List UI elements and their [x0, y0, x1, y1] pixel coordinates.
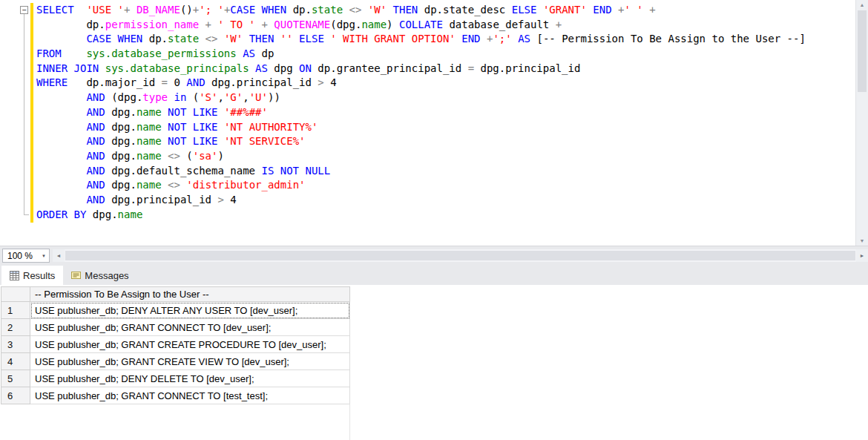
code-token	[324, 33, 330, 45]
code-line[interactable]: AND dpg.name NOT LIKE 'NT AUTHORITY%'	[36, 120, 806, 135]
code-token	[36, 165, 86, 177]
zoom-selector[interactable]: 100 % ▼	[2, 249, 50, 263]
code-token: 'G'	[224, 91, 243, 103]
scroll-left-icon[interactable]: ◄	[53, 249, 65, 262]
table-row: 6USE publusher_db; GRANT CONNECT TO [tes…	[1, 387, 350, 404]
code-token: ELSE	[512, 4, 537, 16]
code-token	[99, 62, 105, 74]
horizontal-scrollbar-track[interactable]	[65, 249, 856, 262]
code-token: INNER JOIN	[36, 62, 99, 74]
row-number-cell[interactable]: 2	[1, 319, 30, 336]
editor-vertical-scrollbar[interactable]: ▲ ▼	[855, 0, 868, 246]
result-cell[interactable]: USE publusher_db; DENY ALTER ANY USER TO…	[30, 302, 350, 319]
code-token: END	[593, 4, 611, 16]
code-line[interactable]: AND dpg.name NOT LIKE 'NT SERVICE%'	[36, 134, 806, 149]
code-token	[199, 33, 205, 45]
code-token: name	[118, 208, 143, 220]
code-line[interactable]: ORDER BY dpg.name	[36, 208, 806, 223]
row-number-cell[interactable]: 4	[1, 353, 30, 370]
code-token: dpg	[268, 62, 299, 74]
code-line[interactable]: FROM sys.database_permissions AS dp	[36, 47, 806, 62]
code-token: 'U'	[249, 91, 268, 103]
code-token: 'S'	[199, 91, 217, 103]
code-token: 'GRANT'	[543, 4, 587, 16]
code-token: =	[162, 76, 168, 88]
outline-region-line	[24, 14, 24, 214]
code-line[interactable]: INNER JOIN sys.database_principals AS dp…	[36, 62, 806, 76]
code-line[interactable]: AND dpg.default_schema_name IS NOT NULL	[36, 164, 806, 179]
scroll-up-icon[interactable]: ▲	[856, 2, 868, 7]
code-token: sys.database_principals	[105, 62, 249, 74]
table-row: 5USE publusher_db; DENY DELETE TO [dev_u…	[1, 370, 350, 387]
editor-horizontal-scrollbar[interactable]: ◄ ►	[53, 249, 868, 262]
chevron-down-icon: ▼	[39, 254, 49, 258]
code-token	[293, 33, 299, 45]
code-token: IS NOT NULL	[261, 165, 330, 177]
code-line[interactable]: CASE WHEN dp.state <> 'W' THEN '' ELSE '…	[36, 32, 806, 47]
result-cell[interactable]: USE publusher_db; GRANT CONNECT TO [test…	[30, 387, 350, 404]
code-token	[274, 33, 280, 45]
scroll-down-icon[interactable]: ▼	[856, 238, 868, 243]
code-token: state	[312, 4, 343, 16]
code-token: name	[137, 135, 162, 147]
code-token: ,	[217, 91, 223, 103]
code-token	[36, 91, 86, 103]
code-line[interactable]: SELECT 'USE '+ DB_NAME()+'; '+CASE WHEN …	[36, 3, 806, 18]
code-token: dp.grantee_principal_id	[312, 62, 468, 74]
code-token: AND	[86, 150, 105, 162]
result-cell[interactable]: USE publusher_db; GRANT CONNECT TO [dev_…	[30, 319, 350, 336]
code-token	[36, 33, 86, 45]
tab-results[interactable]: Results	[1, 266, 63, 285]
code-token	[456, 33, 461, 45]
code-token: FROM	[36, 47, 62, 59]
minus-icon: −	[22, 6, 26, 14]
code-token: AND	[186, 76, 205, 88]
collapse-region-toggle[interactable]: −	[20, 6, 28, 14]
code-line[interactable]: dp.permission_name + ' TO ' + QUOTENAME(…	[36, 18, 806, 33]
code-line[interactable]: AND dpg.name <> ('sa')	[36, 149, 806, 164]
code-token: permission_name	[105, 19, 199, 30]
horizontal-scrollbar-thumb[interactable]	[65, 251, 855, 260]
code-token: dp	[255, 47, 274, 59]
grid-corner-cell[interactable]	[1, 287, 30, 302]
code-token: AND	[86, 91, 105, 103]
code-token: ' WITH GRANT OPTION'	[330, 33, 456, 45]
scroll-right-icon[interactable]: ►	[856, 249, 868, 262]
code-token	[162, 106, 168, 118]
code-token	[217, 106, 223, 118]
code-line[interactable]: AND dpg.name NOT LIKE '##%##'	[36, 105, 806, 120]
code-token: NOT LIKE	[168, 135, 217, 147]
code-token: '##%##'	[224, 106, 268, 118]
result-cell[interactable]: USE publusher_db; GRANT CREATE PROCEDURE…	[30, 336, 350, 353]
code-line[interactable]: AND (dpg.type in ('S','G','U'))	[36, 91, 806, 105]
code-token: 'W'	[368, 4, 387, 16]
code-token: dpg.principal_id	[105, 194, 218, 206]
code-token: 4	[324, 76, 337, 88]
code-token: state	[168, 33, 199, 45]
ssms-query-window: − SELECT 'USE '+ DB_NAME()+'; '+CASE WHE…	[0, 0, 868, 440]
code-token	[643, 4, 649, 16]
code-token: 'NT AUTHORITY%'	[224, 121, 318, 133]
code-line[interactable]: AND dpg.name <> 'distributor_admin'	[36, 178, 806, 193]
code-token: ()	[180, 4, 193, 16]
code-token: +	[206, 19, 211, 30]
tab-messages-label: Messages	[85, 270, 128, 281]
tab-messages[interactable]: Messages	[63, 266, 137, 285]
code-token: END	[461, 33, 480, 45]
result-cell[interactable]: USE publusher_db; GRANT CREATE VIEW TO […	[30, 353, 350, 370]
row-number-cell[interactable]: 1	[1, 302, 30, 319]
row-number-cell[interactable]: 3	[1, 336, 30, 353]
result-cell[interactable]: USE publusher_db; DENY DELETE TO [dev_us…	[30, 370, 350, 387]
code-token	[361, 4, 367, 16]
code-line[interactable]: AND dpg.principal_id > 4	[36, 193, 806, 208]
row-number-cell[interactable]: 5	[1, 370, 30, 387]
row-number-cell[interactable]: 6	[1, 387, 30, 404]
code-token: SELECT	[36, 4, 74, 16]
code-line[interactable]: WHERE dp.major_id = 0 AND dpg.principal_…	[36, 76, 806, 91]
results-column-header[interactable]: -- Permission To Be Assign to the User -…	[30, 287, 350, 302]
sql-editor[interactable]: − SELECT 'USE '+ DB_NAME()+'; '+CASE WHE…	[0, 0, 868, 246]
code-token: dpg.	[105, 121, 137, 133]
code-token: >	[318, 76, 323, 88]
vertical-scrollbar-thumb[interactable]	[858, 10, 867, 92]
code-token: AND	[86, 179, 105, 191]
